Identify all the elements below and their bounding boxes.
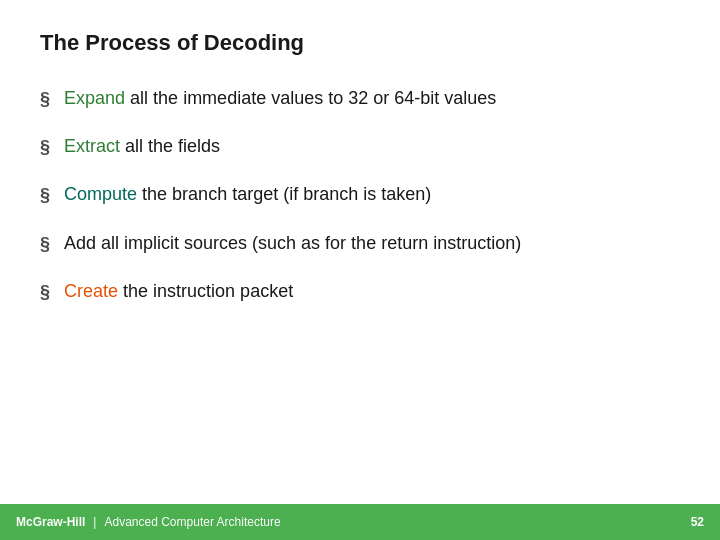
bullet-text-2: Extract all the fields xyxy=(64,134,220,159)
bullet-text-1: Expand all the immediate values to 32 or… xyxy=(64,86,496,111)
bullet-text-5: Create the instruction packet xyxy=(64,279,293,304)
bullet-marker-4: § xyxy=(40,232,50,257)
footer-course: Advanced Computer Architecture xyxy=(104,515,280,529)
bullet-rest-5: the instruction packet xyxy=(123,281,293,301)
bullet-marker-3: § xyxy=(40,183,50,208)
bullet-text-4: Add all implicit sources (such as for th… xyxy=(64,231,521,256)
highlight-create: Create xyxy=(64,281,118,301)
slide-container: The Process of Decoding § Expand all the… xyxy=(0,0,720,540)
bullet-rest-2: all the fields xyxy=(125,136,220,156)
bullet-marker-5: § xyxy=(40,280,50,305)
bullet-text-3: Compute the branch target (if branch is … xyxy=(64,182,431,207)
bullet-rest-4: Add all implicit sources (such as for th… xyxy=(64,233,521,253)
list-item: § Add all implicit sources (such as for … xyxy=(40,231,680,257)
list-item: § Create the instruction packet xyxy=(40,279,680,305)
footer-separator: | xyxy=(93,515,96,529)
list-item: § Compute the branch target (if branch i… xyxy=(40,182,680,208)
highlight-expand: Expand xyxy=(64,88,125,108)
slide-title: The Process of Decoding xyxy=(40,30,680,56)
footer-brand: McGraw-Hill xyxy=(16,515,85,529)
footer: McGraw-Hill | Advanced Computer Architec… xyxy=(0,504,720,540)
bullet-rest-3: the branch target (if branch is taken) xyxy=(142,184,431,204)
footer-page-number: 52 xyxy=(691,515,704,529)
footer-left: McGraw-Hill | Advanced Computer Architec… xyxy=(16,515,281,529)
bullet-marker-2: § xyxy=(40,135,50,160)
bullet-list: § Expand all the immediate values to 32 … xyxy=(40,86,680,305)
bullet-rest-1: all the immediate values to 32 or 64-bit… xyxy=(130,88,496,108)
list-item: § Extract all the fields xyxy=(40,134,680,160)
list-item: § Expand all the immediate values to 32 … xyxy=(40,86,680,112)
bullet-marker-1: § xyxy=(40,87,50,112)
highlight-compute: Compute xyxy=(64,184,137,204)
highlight-extract: Extract xyxy=(64,136,120,156)
